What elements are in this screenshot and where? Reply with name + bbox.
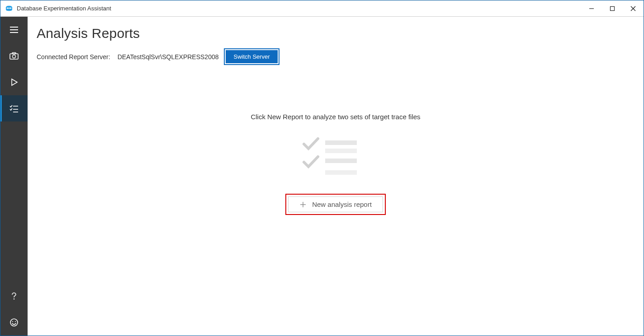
play-icon <box>9 78 19 87</box>
hamburger-icon <box>9 25 19 35</box>
empty-state: Click New Report to analyze two sets of … <box>37 113 635 215</box>
server-row: Connected Report Server: DEATestSqlSvr\S… <box>37 50 635 63</box>
close-button[interactable] <box>623 0 644 17</box>
svg-point-10 <box>13 55 16 58</box>
sidebar-menu-toggle[interactable] <box>0 17 28 43</box>
page-title: Analysis Reports <box>37 26 635 41</box>
empty-state-illustration <box>302 134 369 179</box>
svg-rect-11 <box>12 53 16 54</box>
svg-point-0 <box>6 5 12 8</box>
sidebar-item-replay[interactable] <box>0 69 28 95</box>
server-value: DEATestSqlSvr\SQLEXPRESS2008 <box>118 53 219 61</box>
window-controls <box>581 0 644 17</box>
svg-rect-21 <box>325 149 357 153</box>
sidebar-item-reports[interactable] <box>0 95 28 121</box>
svg-point-17 <box>10 319 18 326</box>
new-analysis-report-button[interactable]: New analysis report <box>288 196 383 212</box>
switch-server-button[interactable]: Switch Server <box>226 50 277 63</box>
app-icon <box>5 5 13 13</box>
empty-hint: Click New Report to analyze two sets of … <box>251 113 420 121</box>
smiley-icon <box>9 317 19 327</box>
new-report-label: New analysis report <box>312 201 372 208</box>
checklist-icon <box>9 103 19 113</box>
main-content: Analysis Reports Connected Report Server… <box>28 17 644 336</box>
sidebar <box>0 17 28 336</box>
titlebar: Database Experimentation Assistant <box>0 0 644 17</box>
svg-rect-3 <box>611 6 615 10</box>
sidebar-item-help[interactable] <box>0 283 28 309</box>
server-label: Connected Report Server: <box>37 53 110 61</box>
maximize-button[interactable] <box>602 0 623 17</box>
svg-point-16 <box>14 299 14 299</box>
new-report-highlight: New analysis report <box>285 194 386 215</box>
camera-icon <box>9 51 19 61</box>
svg-marker-12 <box>12 79 17 85</box>
help-icon <box>9 292 19 301</box>
svg-point-19 <box>15 321 16 322</box>
minimize-button[interactable] <box>581 0 602 17</box>
svg-rect-22 <box>325 159 357 163</box>
svg-point-18 <box>12 321 13 322</box>
svg-rect-20 <box>325 140 357 145</box>
svg-rect-23 <box>325 170 357 175</box>
plus-icon <box>299 201 307 208</box>
app-title: Database Experimentation Assistant <box>17 5 111 12</box>
sidebar-item-feedback[interactable] <box>0 309 28 336</box>
sidebar-item-capture[interactable] <box>0 43 28 69</box>
svg-point-1 <box>6 8 12 10</box>
